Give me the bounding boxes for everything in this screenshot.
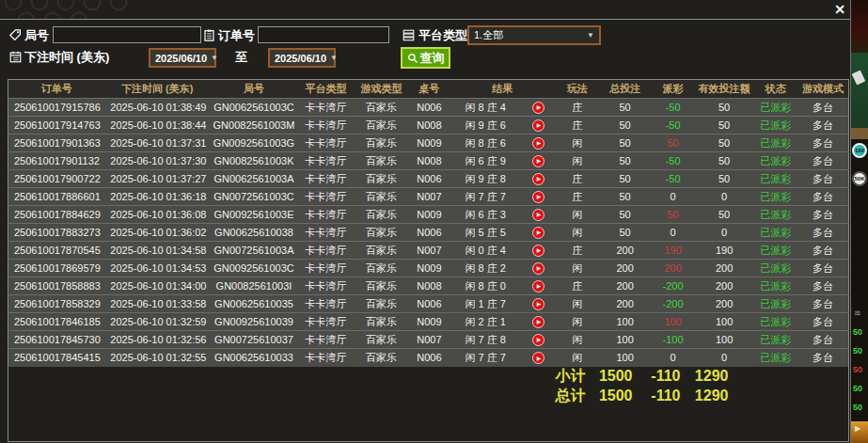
dialog-header — [0, 0, 850, 20]
replay-icon[interactable]: ▶ — [532, 209, 544, 221]
replay-icon[interactable]: ▶ — [532, 262, 544, 275]
cell-replay: ▶ — [522, 277, 556, 295]
replay-icon[interactable]: ▶ — [532, 173, 544, 185]
cell-platform-type: 卡卡湾厅 — [298, 134, 354, 152]
cell-bet-time: 2025-06-10 01:38:49 — [104, 99, 210, 117]
date-from-select[interactable]: 2025/06/10 ▼ — [149, 48, 216, 68]
chevron-down-icon: ▼ — [211, 54, 218, 62]
cell-play-type: 庄 — [555, 99, 598, 117]
cell-replay: ▶ — [522, 99, 556, 117]
col-order-no: 订单号 — [8, 80, 105, 99]
cell-order-no: 250610017845730 — [8, 331, 105, 349]
calendar-icon — [9, 51, 22, 63]
query-button[interactable]: 查询 — [401, 47, 450, 69]
cell-table-no: N006 — [409, 349, 450, 367]
cell-status: 已派彩 — [753, 242, 797, 260]
cell-total-bet: 200 — [599, 277, 651, 295]
cell-round-no: GN0082561003M — [210, 117, 298, 134]
cell-round-no: GN0082561003K — [210, 152, 298, 170]
cell-game-mode: 多台 — [797, 295, 849, 313]
table-row: 2506100178846292025-06-10 01:36:08GN0092… — [8, 206, 849, 224]
cell-payout: 50 — [651, 134, 694, 152]
cell-replay: ▶ — [522, 188, 556, 206]
cell-round-no: GN0072561003A — [210, 242, 298, 260]
cell-status: 已派彩 — [753, 277, 797, 295]
col-bet-time: 下注时间 (美东) — [104, 80, 210, 99]
col-total-bet: 总投注 — [599, 80, 651, 99]
date-to-separator: 至 — [235, 49, 247, 66]
cell-total-bet: 50 — [599, 224, 651, 242]
cell-result: 闲 7 庄 7 — [450, 188, 522, 206]
date-to-select[interactable]: 2025/06/10 ▼ — [268, 48, 336, 68]
cell-round-no: GN0092561003E — [210, 206, 298, 224]
cell-total-bet: 50 — [599, 188, 651, 206]
cell-platform-type: 卡卡湾厅 — [298, 170, 354, 188]
replay-icon[interactable]: ▶ — [532, 316, 544, 328]
cell-replay: ▶ — [522, 206, 556, 224]
cell-order-no: 250610017869579 — [8, 260, 105, 277]
subtotal-spacer — [8, 367, 556, 387]
chip-100-icon: 100 — [852, 143, 867, 158]
cell-platform-type: 卡卡湾厅 — [298, 206, 354, 224]
cell-game-type: 百家乐 — [354, 152, 409, 170]
cell-payout: -50 — [651, 117, 694, 134]
platform-type-select[interactable]: 1.全部 ▼ — [467, 25, 601, 45]
replay-icon[interactable]: ▶ — [532, 334, 544, 346]
replay-icon[interactable]: ▶ — [532, 191, 544, 203]
cell-valid-bet: 190 — [695, 242, 754, 260]
round-no-input[interactable] — [53, 26, 201, 43]
cell-play-type: 闲 — [555, 134, 598, 152]
cell-result: 闲 2 庄 1 — [450, 313, 522, 331]
cell-game-type: 百家乐 — [354, 117, 409, 134]
replay-icon[interactable]: ▶ — [532, 137, 544, 150]
total-valid: 1290 — [695, 387, 754, 406]
play-triangle-icon: ▶ — [855, 424, 860, 433]
subtotal-payout: -110 — [651, 367, 694, 387]
cell-status: 已派彩 — [753, 349, 797, 367]
cell-table-no: N006 — [409, 170, 450, 188]
replay-icon[interactable]: ▶ — [532, 298, 544, 310]
cell-game-type: 百家乐 — [354, 277, 409, 295]
cell-status: 已派彩 — [753, 224, 797, 242]
cell-payout: 50 — [651, 206, 694, 224]
replay-icon[interactable]: ▶ — [532, 352, 544, 364]
replay-icon[interactable]: ▶ — [532, 102, 544, 114]
cell-order-no: 250610017846185 — [8, 313, 105, 331]
replay-icon[interactable]: ▶ — [532, 227, 544, 239]
replay-icon[interactable]: ▶ — [532, 155, 544, 167]
chip-50k-icon: 50K — [852, 171, 867, 186]
cell-payout: 100 — [651, 313, 694, 331]
cell-replay: ▶ — [522, 224, 556, 242]
subtotal-bet: 1500 — [599, 367, 651, 387]
cell-game-mode: 多台 — [797, 170, 849, 188]
cell-play-type: 庄 — [555, 188, 598, 206]
cell-status: 已派彩 — [753, 331, 797, 349]
bet-amount: 50 — [853, 403, 862, 412]
cell-valid-bet: 50 — [695, 152, 754, 170]
cell-order-no: 250610017901363 — [8, 134, 105, 152]
cell-round-no: GN00625610038 — [210, 224, 298, 242]
cell-round-no: GN0072561003C — [210, 188, 298, 206]
chevron-down-icon: ▼ — [587, 31, 594, 40]
search-icon — [407, 53, 418, 64]
replay-icon[interactable]: ▶ — [532, 280, 544, 293]
cell-total-bet: 50 — [599, 152, 651, 170]
cell-game-mode: 多台 — [797, 188, 849, 206]
cell-total-bet: 50 — [599, 99, 651, 117]
replay-icon[interactable]: ▶ — [532, 245, 544, 257]
cell-bet-time: 2025-06-10 01:34:53 — [104, 260, 210, 277]
cell-round-no: GN00625610033 — [210, 349, 298, 367]
cell-payout: 190 — [651, 242, 694, 260]
cell-result: 闲 6 庄 3 — [450, 206, 522, 224]
cell-table-no: N007 — [409, 242, 450, 260]
close-icon[interactable]: ✕ — [831, 1, 848, 18]
cell-valid-bet: 200 — [695, 295, 754, 313]
chips-pattern — [0, 0, 245, 20]
replay-icon[interactable]: ▶ — [532, 119, 544, 132]
cell-total-bet: 100 — [599, 313, 651, 331]
cell-total-bet: 100 — [599, 349, 651, 367]
chevron-down-icon: ▼ — [330, 54, 338, 62]
cell-status: 已派彩 — [753, 117, 797, 134]
order-no-input[interactable] — [258, 26, 389, 43]
cell-payout: 0 — [651, 224, 694, 242]
